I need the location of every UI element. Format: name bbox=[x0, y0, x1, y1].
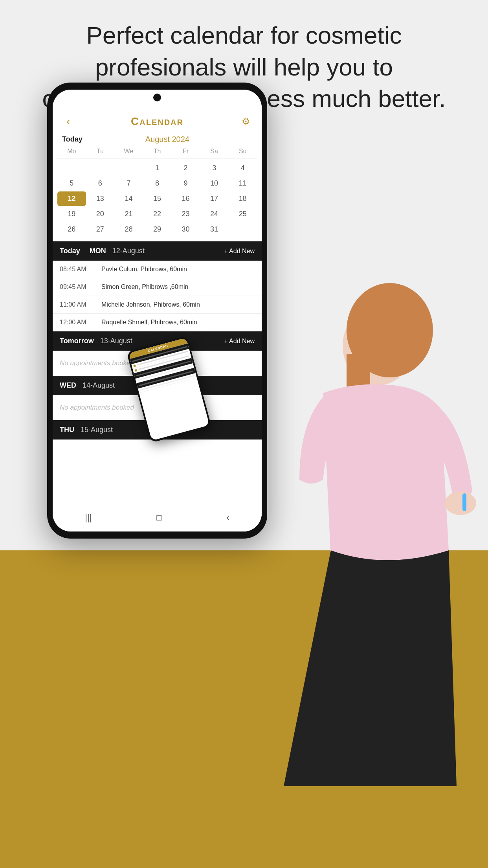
nav-menu-icon[interactable]: ||| bbox=[85, 513, 92, 523]
add-new-today-button[interactable]: + Add New bbox=[224, 248, 255, 255]
calendar-day-3[interactable]: 3 bbox=[200, 161, 229, 175]
month-nav: Today August 2024 bbox=[53, 132, 262, 146]
appointment-row-4[interactable]: 12:00 AM Raquelle Shmell, Phibrows, 60mi… bbox=[53, 314, 262, 331]
calendar-day-6[interactable]: 6 bbox=[86, 176, 115, 191]
apt-details-4: Raquelle Shmell, Phibrows, 60min bbox=[101, 319, 197, 326]
schedule-wed-label: WED bbox=[60, 381, 76, 390]
svg-rect-4 bbox=[457, 495, 460, 511]
calendar-day-23[interactable]: 23 bbox=[171, 207, 200, 221]
calendar-grid: Mo Tu We Th Fr Sa Su 1 2 bbox=[53, 146, 262, 241]
back-button[interactable]: ‹ bbox=[62, 115, 75, 128]
schedule-thu-label: THU bbox=[60, 426, 74, 434]
calendar-day-empty[interactable] bbox=[114, 161, 143, 175]
appointment-row-2[interactable]: 09:45 AM Simon Green, Phibrows ,60min bbox=[53, 278, 262, 296]
schedule-header-today: Today MON 12-August + Add New bbox=[53, 241, 262, 261]
calendar-day-24[interactable]: 24 bbox=[200, 207, 229, 221]
calendar-day-12-today[interactable]: 12 bbox=[57, 191, 86, 206]
calendar-day-1[interactable]: 1 bbox=[143, 161, 172, 175]
apt-details-2: Simon Green, Phibrows ,60min bbox=[101, 283, 188, 291]
schedule-today-name: MON bbox=[90, 247, 106, 255]
svg-rect-5 bbox=[462, 493, 466, 511]
apt-time-2: 09:45 AM bbox=[60, 283, 95, 291]
app-title: Calendar bbox=[131, 115, 183, 128]
calendar-day-11[interactable]: 11 bbox=[228, 176, 257, 191]
mini-dot-1 bbox=[133, 364, 136, 367]
calendar-day-4[interactable]: 4 bbox=[228, 161, 257, 175]
schedule-today-label: Today bbox=[60, 247, 80, 255]
calendar-day-25[interactable]: 25 bbox=[228, 207, 257, 221]
calendar-day-31[interactable]: 31 bbox=[200, 222, 229, 237]
month-label: August 2024 bbox=[83, 135, 252, 144]
calendar-day-9[interactable]: 9 bbox=[171, 176, 200, 191]
nav-home-icon[interactable]: □ bbox=[156, 513, 161, 523]
calendar-divider bbox=[57, 158, 257, 158]
phone-shell: ‹ Calendar ⚙ Today August 2024 Mo Tu We … bbox=[47, 83, 267, 539]
calendar-day-8[interactable]: 8 bbox=[143, 176, 172, 191]
camera-dot bbox=[153, 94, 161, 101]
nav-back-icon[interactable]: ‹ bbox=[226, 513, 229, 523]
day-header-su: Su bbox=[228, 146, 257, 156]
day-headers: Mo Tu We Th Fr Sa Su bbox=[57, 146, 257, 156]
calendar-week-4: 19 20 21 22 23 24 25 bbox=[57, 207, 257, 221]
apt-time-3: 11:00 AM bbox=[60, 301, 95, 308]
calendar-day-7[interactable]: 7 bbox=[114, 176, 143, 191]
day-header-sa: Sa bbox=[200, 146, 229, 156]
calendar-day-2[interactable]: 2 bbox=[171, 161, 200, 175]
calendar-day-19[interactable]: 19 bbox=[57, 207, 86, 221]
calendar-day-18[interactable]: 18 bbox=[228, 191, 257, 206]
calendar-day-26[interactable]: 26 bbox=[57, 222, 86, 237]
calendar-day-10[interactable]: 10 bbox=[200, 176, 229, 191]
schedule-today-date: 12-August bbox=[112, 247, 218, 255]
calendar-day-empty bbox=[228, 222, 257, 237]
calendar-day-16[interactable]: 16 bbox=[171, 191, 200, 206]
calendar-day-28[interactable]: 28 bbox=[114, 222, 143, 237]
schedule-today: Today MON 12-August + Add New 08:45 AM P… bbox=[53, 241, 262, 331]
calendar-day-20[interactable]: 20 bbox=[86, 207, 115, 221]
calendar-week-2: 5 6 7 8 9 10 11 bbox=[57, 176, 257, 191]
calendar-day-empty[interactable] bbox=[86, 161, 115, 175]
calendar-day-15[interactable]: 15 bbox=[143, 191, 172, 206]
calendar-day-21[interactable]: 21 bbox=[114, 207, 143, 221]
apt-details-1: Pavle Culum, Phibrows, 60min bbox=[101, 266, 187, 273]
today-button[interactable]: Today bbox=[62, 135, 83, 143]
appointment-row-3[interactable]: 11:00 AM Michelle Johnson, Phibrows, 60m… bbox=[53, 296, 262, 314]
calendar-day-22[interactable]: 22 bbox=[143, 207, 172, 221]
appointment-row-1[interactable]: 08:45 AM Pavle Culum, Phibrows, 60min bbox=[53, 261, 262, 278]
calendar-day-13[interactable]: 13 bbox=[86, 191, 115, 206]
apt-details-3: Michelle Johnson, Phibrows, 60min bbox=[101, 301, 200, 308]
calendar-day-29[interactable]: 29 bbox=[143, 222, 172, 237]
calendar-day-17[interactable]: 17 bbox=[200, 191, 229, 206]
schedule-tomorrow-label: Tomorrow bbox=[60, 337, 94, 345]
mini-dot-2 bbox=[134, 369, 137, 371]
calendar-week-3: 12 13 14 15 16 17 18 bbox=[57, 191, 257, 206]
calendar-week-1: 1 2 3 4 bbox=[57, 161, 257, 175]
calendar-week-5: 26 27 28 29 30 31 bbox=[57, 222, 257, 237]
settings-button[interactable]: ⚙ bbox=[240, 115, 252, 128]
svg-rect-6 bbox=[468, 495, 472, 511]
bottom-nav: ||| □ ‹ bbox=[53, 508, 262, 531]
day-header-th: Th bbox=[143, 146, 172, 156]
calendar-weeks: 1 2 3 4 5 6 7 8 9 10 11 bbox=[57, 161, 257, 237]
day-header-we: We bbox=[114, 146, 143, 156]
day-header-tu: Tu bbox=[86, 146, 115, 156]
calendar-day-14[interactable]: 14 bbox=[114, 191, 143, 206]
add-new-tomorrow-button[interactable]: + Add New bbox=[224, 338, 255, 345]
apt-time-4: 12:00 AM bbox=[60, 319, 95, 326]
app-content: ‹ Calendar ⚙ Today August 2024 Mo Tu We … bbox=[53, 90, 262, 531]
apt-time-1: 08:45 AM bbox=[60, 266, 95, 273]
day-header-mo: Mo bbox=[57, 146, 86, 156]
phone-screen: ‹ Calendar ⚙ Today August 2024 Mo Tu We … bbox=[53, 90, 262, 531]
day-header-fr: Fr bbox=[171, 146, 200, 156]
calendar-day-empty[interactable] bbox=[57, 161, 86, 175]
calendar-day-27[interactable]: 27 bbox=[86, 222, 115, 237]
calendar-day-5[interactable]: 5 bbox=[57, 176, 86, 191]
calendar-day-30[interactable]: 30 bbox=[171, 222, 200, 237]
